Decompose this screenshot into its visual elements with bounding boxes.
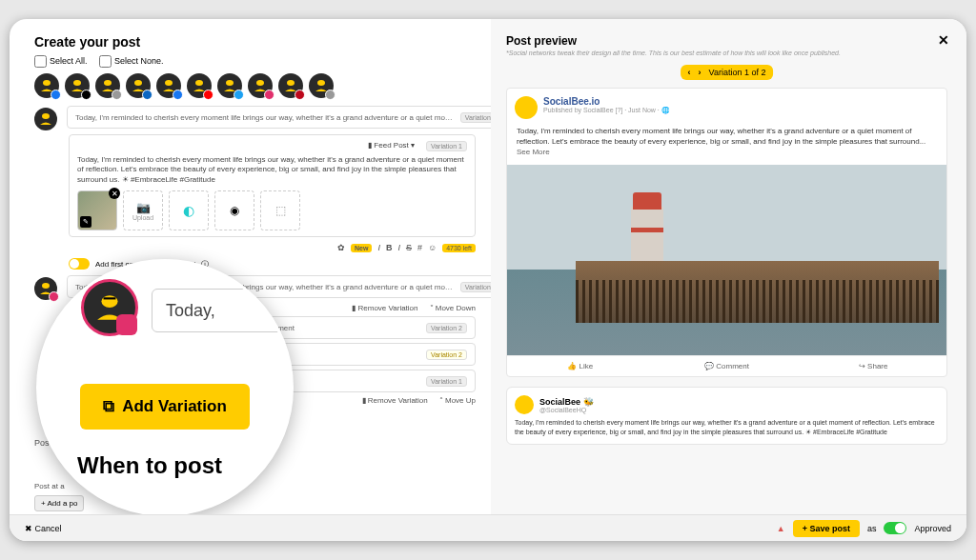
profile-avatar[interactable] bbox=[309, 73, 334, 98]
preview-title: Post preview bbox=[506, 34, 947, 48]
close-icon[interactable]: ✕ bbox=[938, 32, 949, 48]
profile-avatar[interactable] bbox=[217, 73, 242, 98]
add-variation-button[interactable]: ⧉Add Variation bbox=[80, 384, 250, 430]
move-down-button[interactable]: ˅ Move Down bbox=[430, 304, 476, 312]
post-editor[interactable]: ▮ Feed Post ▾ Variation 1 Today, I'm rem… bbox=[69, 134, 476, 237]
like-button[interactable]: 👍 Like bbox=[507, 356, 654, 376]
svg-point-9 bbox=[317, 80, 325, 86]
svg-point-6 bbox=[226, 80, 234, 86]
twitter-preview-card: SocialBee 🐝@SocialBeeHQ Today, I'm remin… bbox=[506, 387, 947, 445]
comment-button[interactable]: 💬 Comment bbox=[654, 356, 801, 376]
remove-variation-button[interactable]: ▮ Remove Variation bbox=[352, 304, 417, 312]
profile-avatar[interactable] bbox=[278, 73, 303, 98]
cancel-button[interactable]: ✖ Cancel bbox=[25, 524, 62, 533]
bold-icon[interactable]: B bbox=[386, 243, 393, 252]
profile-avatar[interactable] bbox=[34, 73, 59, 98]
post-summary-row[interactable]: Today, I'm reminded to cherish every mom… bbox=[67, 106, 491, 129]
share-button[interactable]: ↪ Share bbox=[800, 356, 946, 376]
svg-point-7 bbox=[256, 80, 264, 86]
canva-button[interactable]: ◐ bbox=[169, 190, 209, 230]
italic-icon[interactable]: I bbox=[377, 243, 380, 252]
svg-point-1 bbox=[73, 80, 81, 86]
post-text[interactable]: Today, I'm reminded to cherish every mom… bbox=[77, 155, 467, 185]
feed-post-dropdown[interactable]: ▮ Feed Post ▾ bbox=[368, 141, 415, 151]
move-up-button[interactable]: ˄ Move Up bbox=[439, 396, 476, 405]
add-post-button[interactable]: + Add a po bbox=[34, 495, 84, 511]
facebook-preview-card: SocialBee.io Published by SocialBee [?] … bbox=[506, 88, 947, 377]
prev-arrow-icon[interactable]: ‹ bbox=[688, 68, 691, 77]
when-to-post-heading: When to post bbox=[77, 452, 222, 479]
copy-icon: ⧉ bbox=[103, 397, 114, 416]
editor-toolbar: ✿ New I B I S # ☺ 4730 left bbox=[69, 243, 476, 252]
upload-button[interactable]: 📷Upload bbox=[123, 190, 163, 230]
create-post-panel: Create your post Select All. Select None… bbox=[10, 19, 491, 514]
profile-selector bbox=[34, 73, 476, 98]
italic-icon[interactable]: I bbox=[397, 243, 400, 252]
avatar bbox=[515, 395, 534, 414]
profile-avatar[interactable] bbox=[95, 73, 120, 98]
svg-point-2 bbox=[104, 80, 112, 86]
svg-rect-13 bbox=[104, 297, 116, 299]
profile-avatar[interactable] bbox=[126, 73, 151, 98]
select-none[interactable]: Select None. bbox=[99, 56, 164, 66]
magnifier-overlay: Today, ⧉Add Variation When to post bbox=[36, 259, 294, 514]
profile-avatar[interactable] bbox=[248, 73, 273, 98]
warning-icon[interactable]: ▲ bbox=[777, 524, 785, 533]
edit-image-icon[interactable]: ✎ bbox=[80, 216, 92, 228]
profile-avatar bbox=[34, 108, 57, 130]
next-arrow-icon[interactable]: › bbox=[699, 68, 702, 77]
ai-icon[interactable]: ✿ bbox=[337, 243, 345, 252]
emoji-icon[interactable]: ☺ bbox=[428, 243, 437, 252]
instagram-badge-icon bbox=[116, 314, 137, 335]
approved-toggle[interactable] bbox=[884, 522, 906, 534]
first-comment-toggle[interactable] bbox=[69, 258, 90, 270]
page-title: Create your post bbox=[34, 34, 476, 50]
profile-avatar bbox=[34, 277, 57, 300]
svg-point-12 bbox=[101, 295, 117, 308]
footer-bar: ✖ Cancel ▲ + Save post as Approved bbox=[10, 514, 966, 541]
strike-icon[interactable]: S bbox=[406, 243, 412, 252]
select-all[interactable]: Select All. bbox=[34, 56, 88, 66]
variation-pager[interactable]: ‹ › Variation 1 of 2 bbox=[681, 65, 774, 80]
svg-point-11 bbox=[42, 283, 50, 289]
remove-image-icon[interactable]: ✕ bbox=[109, 188, 120, 199]
svg-point-10 bbox=[42, 113, 50, 119]
remove-variation-button[interactable]: ▮ Remove Variation bbox=[362, 396, 428, 405]
preview-image bbox=[507, 165, 946, 355]
svg-point-0 bbox=[43, 80, 51, 86]
profile-avatar-large bbox=[81, 279, 138, 336]
profile-avatar[interactable] bbox=[187, 73, 212, 98]
profile-avatar[interactable] bbox=[65, 73, 90, 98]
svg-point-4 bbox=[165, 80, 173, 86]
hashtag-icon[interactable]: # bbox=[417, 243, 422, 252]
preview-panel: ✕ Post preview *Social networks tweak th… bbox=[491, 19, 966, 514]
profile-avatar[interactable] bbox=[156, 73, 181, 98]
svg-point-5 bbox=[195, 80, 203, 86]
attached-image[interactable]: ✕✎ bbox=[77, 190, 117, 230]
save-post-button[interactable]: + Save post bbox=[793, 520, 860, 537]
unsplash-button[interactable]: ⬚ bbox=[260, 190, 300, 230]
svg-point-3 bbox=[134, 80, 142, 86]
design-button[interactable]: ◉ bbox=[214, 190, 254, 230]
svg-point-8 bbox=[287, 80, 295, 86]
avatar bbox=[515, 96, 538, 119]
see-more-link[interactable]: See More bbox=[517, 148, 550, 156]
